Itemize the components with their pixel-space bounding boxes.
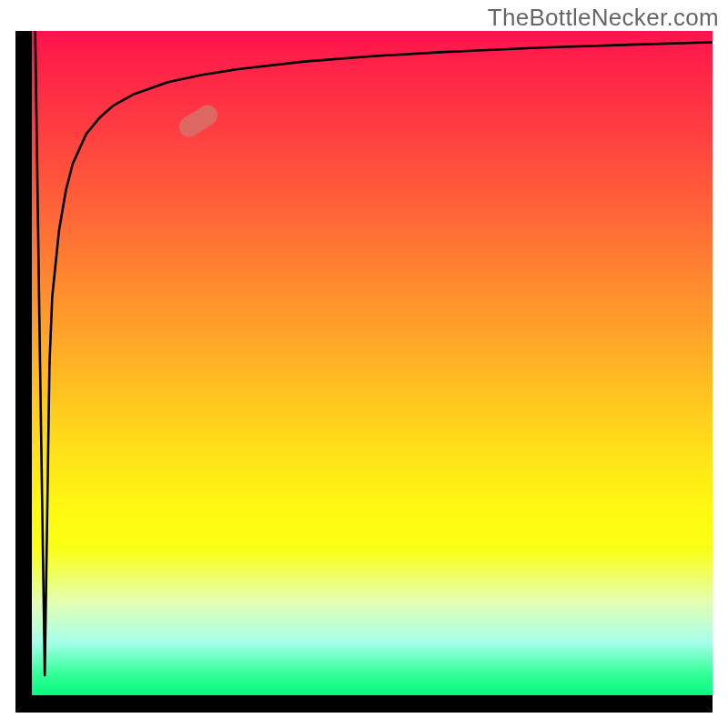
bottleneck-chart bbox=[15, 31, 713, 713]
attribution-label: TheBottleNecker.com bbox=[488, 4, 719, 32]
chart-plot-area bbox=[32, 31, 713, 695]
chart-curves bbox=[32, 31, 713, 695]
